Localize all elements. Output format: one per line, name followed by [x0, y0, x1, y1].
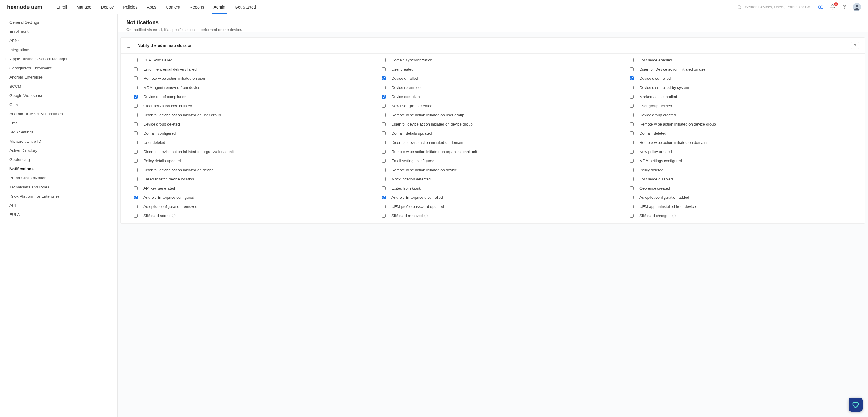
notification-label[interactable]: New user group created [392, 103, 433, 108]
notification-checkbox[interactable] [630, 104, 633, 108]
notification-label[interactable]: Clear activation lock initiated [144, 103, 192, 108]
sidebar-item-microsoft-entra-id[interactable]: Microsoft Entra ID [0, 137, 117, 146]
notification-checkbox[interactable] [382, 131, 385, 135]
notification-checkbox[interactable] [630, 122, 633, 126]
sidebar-item-eula[interactable]: EULA [0, 210, 117, 219]
notification-label[interactable]: Device disenrolled [640, 76, 671, 81]
notification-label[interactable]: Lost mode disabled [640, 177, 673, 181]
nav-item-apps[interactable]: Apps [142, 0, 161, 14]
notification-label[interactable]: Remote wipe action initiated on user gro… [392, 113, 464, 117]
notification-label[interactable]: Remote wipe action initiated on device [392, 168, 457, 172]
notification-label[interactable]: Android Enterprise configured [144, 195, 194, 200]
notification-checkbox[interactable] [630, 77, 633, 80]
notification-checkbox[interactable] [382, 168, 385, 172]
notification-checkbox[interactable] [382, 104, 385, 108]
notification-checkbox[interactable] [382, 214, 385, 218]
notification-label[interactable]: Domain configured [144, 131, 176, 136]
notification-checkbox[interactable] [630, 214, 633, 218]
sidebar-item-sms-settings[interactable]: SMS Settings [0, 127, 117, 137]
notification-label[interactable]: Domain details updated [392, 131, 432, 136]
notification-label[interactable]: Device group deleted [144, 122, 180, 126]
notification-checkbox[interactable] [134, 177, 137, 181]
notification-checkbox[interactable] [134, 131, 137, 135]
sidebar-item-brand-customization[interactable]: Brand Customization [0, 173, 117, 182]
chat-widget-button[interactable] [848, 397, 863, 412]
notification-label[interactable]: Device out of compliance [144, 94, 186, 99]
section-help-button[interactable]: ? [851, 42, 859, 49]
sidebar-item-apple-business-school-manager[interactable]: Apple Business/School Manager [0, 54, 117, 63]
notification-label[interactable]: SIM card removedi [392, 213, 428, 218]
notification-label[interactable]: Disenroll device action initiated on dev… [144, 168, 214, 172]
notification-label[interactable]: Email settings configured [392, 158, 434, 163]
sidebar-item-google-workspace[interactable]: Google Workspace [0, 91, 117, 100]
notification-label[interactable]: UEM app uninstalled from device [640, 204, 696, 209]
nav-item-admin[interactable]: Admin [209, 0, 230, 14]
sidebar-item-geofencing[interactable]: Geofencing [0, 155, 117, 164]
notification-checkbox[interactable] [134, 67, 137, 71]
notification-label[interactable]: Failed to fetch device location [144, 177, 194, 181]
notification-label[interactable]: Mock location detected [392, 177, 431, 181]
notification-checkbox[interactable] [630, 67, 633, 71]
notification-label[interactable]: User created [392, 67, 413, 71]
notification-label[interactable]: Disenroll Device action initiated on use… [640, 67, 707, 71]
sidebar-item-integrations[interactable]: Integrations [0, 45, 117, 54]
notification-label[interactable]: MDM agent removed from device [144, 85, 200, 90]
notification-label[interactable]: Device disenrolled by system [640, 85, 689, 90]
sidebar-item-android-enterprise[interactable]: Android Enterprise [0, 73, 117, 82]
sidebar-item-okta[interactable]: Okta [0, 100, 117, 109]
help-icon[interactable]: ? [841, 4, 848, 11]
notification-checkbox[interactable] [134, 113, 137, 117]
notification-checkbox[interactable] [382, 86, 385, 89]
notification-checkbox[interactable] [134, 141, 137, 144]
notification-label[interactable]: Remote wipe action initiated on domain [640, 140, 707, 145]
notification-checkbox[interactable] [382, 95, 385, 99]
notification-label[interactable]: API key generated [144, 186, 175, 190]
sidebar-item-sccm[interactable]: SCCM [0, 82, 117, 91]
notification-checkbox[interactable] [630, 131, 633, 135]
notification-label[interactable]: SIM card changedi [640, 213, 676, 218]
notification-checkbox[interactable] [382, 205, 385, 208]
notification-checkbox[interactable] [382, 122, 385, 126]
nav-item-get-started[interactable]: Get Started [230, 0, 261, 14]
notification-checkbox[interactable] [134, 168, 137, 172]
notification-checkbox[interactable] [134, 196, 137, 199]
notification-checkbox[interactable] [134, 58, 137, 62]
notification-checkbox[interactable] [134, 150, 137, 154]
notification-checkbox[interactable] [134, 95, 137, 99]
notification-label[interactable]: Disenroll device action initiated on dev… [392, 122, 473, 126]
notification-checkbox[interactable] [630, 58, 633, 62]
notification-label[interactable]: Device group created [640, 113, 676, 117]
copilot-icon[interactable] [817, 4, 824, 11]
sidebar-item-api[interactable]: API [0, 201, 117, 210]
notification-checkbox[interactable] [630, 86, 633, 89]
notification-label[interactable]: Domain synchronization [392, 58, 433, 62]
sidebar-item-notifications[interactable]: Notifications [0, 164, 117, 173]
notification-label[interactable]: MDM settings configured [640, 158, 682, 163]
notification-label[interactable]: Geofence created [640, 186, 670, 190]
notification-label[interactable]: DEP Sync Failed [144, 58, 173, 62]
search-wrap[interactable] [733, 2, 812, 12]
notification-label[interactable]: Disenroll device action initiated on use… [144, 113, 221, 117]
nav-item-policies[interactable]: Policies [118, 0, 142, 14]
notification-checkbox[interactable] [630, 141, 633, 144]
notification-label[interactable]: Autopilot configuration added [640, 195, 689, 200]
notification-label[interactable]: Disenroll device action initiated on dom… [392, 140, 463, 145]
notification-checkbox[interactable] [134, 214, 137, 218]
notification-label[interactable]: Marked as disenrolled [640, 94, 677, 99]
notification-label[interactable]: Policy deleted [640, 168, 663, 172]
nav-item-enroll[interactable]: Enroll [52, 0, 72, 14]
notification-checkbox[interactable] [134, 86, 137, 89]
sidebar-item-general-settings[interactable]: General Settings [0, 18, 117, 27]
notification-label[interactable]: Remote wipe action initiated on user [144, 76, 206, 81]
sidebar-item-email[interactable]: Email [0, 118, 117, 127]
notification-checkbox[interactable] [630, 196, 633, 199]
notification-label[interactable]: Lost mode enabled [640, 58, 672, 62]
sidebar-item-active-directory[interactable]: Active Directory [0, 146, 117, 155]
nav-item-manage[interactable]: Manage [72, 0, 96, 14]
sidebar-item-configurator-enrollment[interactable]: Configurator Enrollment [0, 63, 117, 73]
notification-checkbox[interactable] [134, 77, 137, 80]
notification-checkbox[interactable] [630, 113, 633, 117]
sidebar-item-knox-platform-for-enterprise[interactable]: Knox Platform for Enterprise [0, 192, 117, 201]
notification-label[interactable]: SIM card addedi [144, 213, 176, 218]
notification-checkbox[interactable] [382, 58, 385, 62]
